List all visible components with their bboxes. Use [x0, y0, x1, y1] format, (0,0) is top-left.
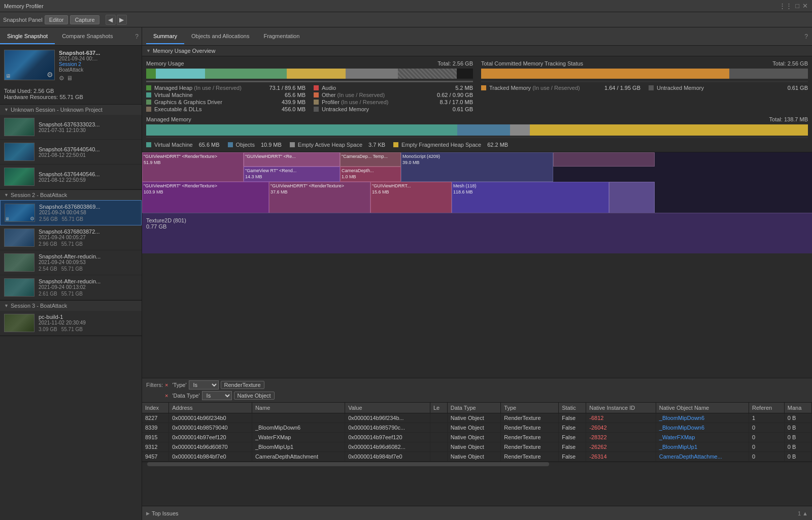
snapshot-panel-label: Snapshot Panel: [3, 17, 43, 23]
legend-profiler: Profiler (In use / Reserved) 8.3 / 17.0 …: [314, 99, 473, 105]
session-group-3: Session 3 - BoatAttack pc-build-1 2021-1…: [0, 301, 142, 336]
session-title-2: Session 2 - BoatAttack: [0, 190, 142, 200]
toolbar: Snapshot Panel Editor Capture ◀ ▶: [0, 12, 812, 27]
texture-block-4: CameraDepth... 1.0 MB: [340, 167, 401, 182]
snapshot-thumb-after-1: [4, 253, 35, 272]
title-bar-maximize[interactable]: □: [795, 2, 799, 10]
legend-dot-graphics: [146, 100, 151, 105]
snapshot-item-6376440540[interactable]: Snapshot-6376440540... 2021-08-12 22:50:…: [0, 140, 142, 165]
legend-other: Other (In use / Reserved) 0.62 / 0.90 GB: [314, 92, 473, 98]
filter-op-2[interactable]: Is Is Not: [202, 391, 232, 400]
data-table[interactable]: Index Address Name Value Le Data Type Ty…: [142, 403, 812, 506]
tab-summary[interactable]: Summary: [146, 29, 184, 44]
texture2d-sublabel: 0.77 GB: [146, 223, 808, 230]
legend-dot-vm-managed: [146, 142, 151, 147]
tab-objects-allocations[interactable]: Objects and Allocations: [184, 29, 256, 44]
filter-x-2[interactable]: ×: [165, 393, 168, 399]
legend-dot-empty-active: [290, 142, 295, 147]
snapshot-item-6376803869[interactable]: ⚙ 🖥 Snapshot-6376803869... 2021-09-24 00…: [0, 200, 142, 225]
snapshot-info-after-1: Snapshot-After-reducin... 2021-09-24 00:…: [39, 253, 138, 272]
empty-active-bar: [510, 124, 530, 136]
col-index: Index: [142, 403, 169, 413]
title-bar-close[interactable]: ✕: [802, 2, 808, 10]
legend-dot-untracked: [314, 107, 319, 112]
nav-back-button[interactable]: ◀: [106, 15, 116, 25]
total-committed-bar: [481, 69, 808, 79]
legend-dot-other: [314, 92, 319, 98]
snapshot-sizes-pc-build: 3.09 GB 55.71 GB: [39, 327, 138, 332]
snapshot-item-6376803872[interactable]: Snapshot-6376803872... 2021-09-24 00:05:…: [0, 225, 142, 250]
texture2d-label: Texture2D (801): [146, 217, 808, 223]
col-name: Name: [252, 403, 345, 413]
snapshot-list[interactable]: Unknown Session - Unknown Project Snapsh…: [0, 105, 142, 520]
snapshot-item-6376333023[interactable]: Snapshot-6376333023... 2021-07-31 12:10:…: [0, 115, 142, 140]
snapshot-thumb-6376803872: [4, 229, 35, 247]
table-header: Index Address Name Value Le Data Type Ty…: [142, 403, 812, 413]
snapshot-thumb-6376803869: ⚙ 🖥: [5, 204, 35, 222]
snapshot-size1-pc-build: 3.09 GB: [39, 327, 57, 332]
featured-snapshot-stats: Total Used: 2.56 GB Hardware Resources: …: [0, 86, 142, 104]
tab-help-icon[interactable]: ?: [135, 33, 139, 40]
memory-row: Memory Usage Total: 2.56 GB: [146, 60, 808, 112]
content-tab-help-icon[interactable]: ?: [804, 33, 808, 40]
featured-snapshot-thumb: ⚙ 🖥 Snapshot-637... 2021-09-24 00:... Se…: [0, 46, 142, 86]
snapshot-size1-after-1: 2.54 GB: [39, 266, 57, 272]
nav-forward-button[interactable]: ▶: [117, 15, 127, 25]
snapshot-monitor-icon-active: 🖥: [5, 216, 10, 221]
content-area[interactable]: Memory Usage Overview Memory Usage Total…: [142, 46, 812, 378]
tab-single-snapshot[interactable]: Single Snapshot: [0, 29, 55, 44]
untracked-bar1: [346, 69, 398, 79]
snapshot-tabs: Single Snapshot Compare Snapshots ?: [0, 27, 142, 46]
filters-section: Filters: × 'Type' Is Is Not RenderTextur…: [142, 378, 812, 403]
legend-dot-objects: [228, 142, 233, 147]
snapshot-item-6376440546[interactable]: Snapshot-6376440546... 2021-08-12 22:50:…: [0, 165, 142, 189]
texture-block-2: "GameView RT" <Rend... 14.3 MB: [244, 167, 340, 182]
snapshot-thumb-6376333023: [4, 118, 35, 136]
table-row[interactable]: 9312 0x0000014b96d60870 _BloomMipUp1 0x0…: [142, 442, 812, 452]
col-address: Address: [169, 403, 252, 413]
texture-block-1: "GUIViewHDRRT" <Re...: [244, 152, 340, 167]
legend-dot-vm: [146, 92, 151, 98]
col-value: Value: [345, 403, 430, 413]
featured-snapshot-image: ⚙ 🖥: [4, 50, 55, 80]
featured-snapshot-info: Snapshot-637... 2021-09-24 00:... Sessio…: [59, 50, 138, 82]
snapshot-item-pc-build[interactable]: pc-build-1 2021-11-02 20:30:49 3.09 GB 5…: [0, 311, 142, 336]
legend-empty-active: Empty Active Heap Space 3.7 KB: [290, 142, 385, 148]
snapshot-item-after-2[interactable]: Snapshot-After-reducin... 2021-09-24 00:…: [0, 275, 142, 300]
legend-objects: Objects 10.9 MB: [228, 142, 282, 148]
filter-x-1[interactable]: ×: [165, 382, 168, 388]
table-row[interactable]: 9457 0x0000014b984bf7e0 CameraDepthAttac…: [142, 452, 812, 462]
top-issues-header[interactable]: Top Issues: [146, 510, 179, 516]
title-bar: Memory Profiler ⋮⋮ □ ✕: [0, 0, 812, 12]
texture-visualization: "GUIViewHDRRT" <RenderTexture> 51.9 MB "…: [142, 152, 812, 213]
snapshot-item-after-1[interactable]: Snapshot-After-reducin... 2021-09-24 00:…: [0, 250, 142, 275]
right-panel: Summary Objects and Allocations Fragment…: [142, 27, 812, 520]
title-bar-menu[interactable]: ⋮⋮: [779, 2, 792, 10]
col-referen: Referen: [749, 403, 785, 413]
snapshot-info-6376333023: Snapshot-6376333023... 2021-07-31 12:10:…: [39, 121, 138, 133]
table-scrollbar[interactable]: [142, 462, 812, 466]
legend-executable: Executable & DLLs 456.0 MB: [146, 106, 306, 112]
legend-dot-untracked2: [649, 85, 654, 90]
capture-button[interactable]: Capture: [70, 15, 99, 24]
texture-block-mesh: Mesh (118) 118.6 MB: [452, 182, 609, 213]
title-bar-controls[interactable]: ⋮⋮ □ ✕: [779, 2, 808, 10]
managed-memory-bar: [146, 124, 808, 136]
col-datatype: Data Type: [447, 403, 501, 413]
tab-fragmentation[interactable]: Fragmentation: [256, 29, 307, 44]
legend-audio: Audio 5.2 MB: [314, 85, 473, 91]
table-row[interactable]: 8227 0x0000014b96f234b0 0x0000014b96f234…: [142, 413, 812, 423]
snapshot-info-pc-build: pc-build-1 2021-11-02 20:30:49 3.09 GB 5…: [39, 314, 138, 332]
tab-compare-snapshots[interactable]: Compare Snapshots: [55, 29, 120, 44]
editor-button[interactable]: Editor: [45, 15, 69, 24]
filter-op-1[interactable]: Is Is Not: [189, 380, 219, 389]
texture-block-0: "GUIViewHDRRT" <RenderTexture> 51.9 MB: [142, 152, 244, 182]
table-row[interactable]: 8339 0x0000014b98579040 _BloomMipDown6 0…: [142, 423, 812, 433]
snapshot-size2-6376803869: 55.71 GB: [62, 216, 83, 222]
texture-block-9: [609, 182, 655, 213]
snapshot-date-6376803872: 2021-09-24 00:05:27: [39, 235, 138, 240]
snapshot-thumb-6376440546: [4, 168, 35, 186]
table-row[interactable]: 8915 0x0000014b97eef120 _WaterFXMap 0x00…: [142, 433, 812, 442]
legend-tracked: Tracked Memory (In use / Reserved) 1.64 …: [481, 85, 640, 91]
snapshot-size2-6376803872: 55.71 GB: [61, 241, 83, 247]
